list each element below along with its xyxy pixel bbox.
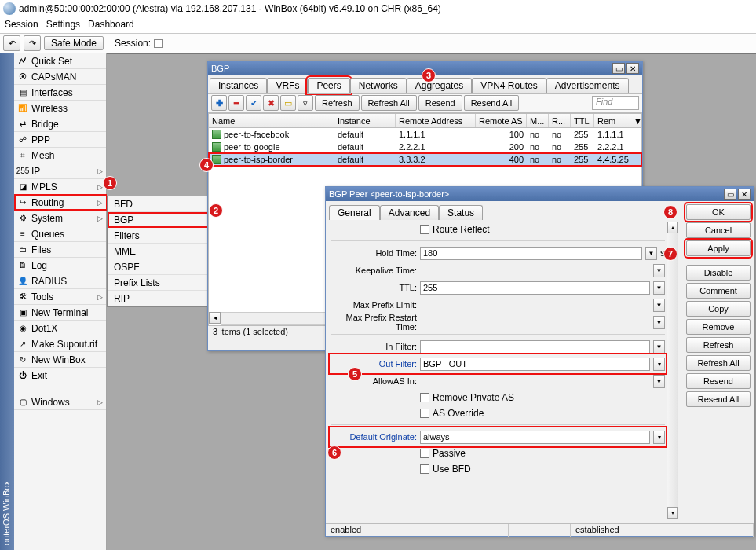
- peer-action-remove[interactable]: Remove: [686, 319, 751, 335]
- enable-button[interactable]: ✔: [246, 95, 261, 111]
- sidebar-item-newwinbox[interactable]: ↻New WinBox: [14, 352, 106, 368]
- tab-status[interactable]: Status: [439, 205, 483, 220]
- comment-button[interactable]: ▭: [280, 95, 296, 111]
- sidebar-item-mesh[interactable]: ⌗Mesh: [14, 148, 106, 163]
- refresh-button[interactable]: Refresh: [315, 95, 360, 111]
- bgp-tab-instances[interactable]: Instances: [210, 78, 267, 93]
- scroll-left[interactable]: ◂: [209, 312, 221, 324]
- sidebar-item-ip[interactable]: 255IP▷: [14, 163, 106, 179]
- sidebar-item-ppp[interactable]: ☍PPP: [14, 132, 106, 148]
- sidebar-label: Quick Set: [31, 56, 72, 67]
- scroll-down[interactable]: ▾: [667, 507, 678, 519]
- sidebar-label: Exit: [31, 370, 47, 381]
- sidebar-item-capsman[interactable]: ⦿CAPsMAN: [14, 69, 106, 85]
- sidebar-item-radius[interactable]: 👤RADIUS: [14, 273, 106, 289]
- tab-general[interactable]: General: [329, 205, 380, 220]
- peer-action-copy[interactable]: Copy: [686, 301, 751, 317]
- sidebar-icon: ☍: [17, 134, 28, 145]
- peer-action-disable[interactable]: Disable: [686, 265, 751, 280]
- sidebar-item-dot1x[interactable]: ◉Dot1X: [14, 321, 106, 336]
- sidebar-item-bridge[interactable]: ⇄Bridge: [14, 116, 106, 132]
- annotation-6: 6: [327, 446, 341, 460]
- sidebar-item-windows[interactable]: ▢Windows▷: [14, 394, 106, 410]
- sidebar-item-wireless[interactable]: 📶Wireless: [14, 101, 106, 116]
- use-bfd-check[interactable]: [420, 464, 429, 474]
- peer-row[interactable]: peer-to-googledefault2.2.2.1200nono2552.…: [209, 141, 641, 153]
- default-originate-input[interactable]: [420, 431, 650, 444]
- default-originate-row: Default Originate:▾: [331, 428, 665, 446]
- in-filter-input[interactable]: [420, 340, 650, 354]
- peer-action-resendall[interactable]: Resend All: [686, 391, 751, 407]
- redo-button[interactable]: ↷: [24, 35, 41, 51]
- sidebar-label: IP: [31, 166, 40, 177]
- bgp-tab-advertisements[interactable]: Advertisements: [546, 78, 629, 93]
- route-reflect-check[interactable]: [420, 225, 429, 234]
- filter-button[interactable]: ▿: [298, 95, 313, 111]
- bgp-tab-vpn4 routes[interactable]: VPN4 Routes: [472, 78, 546, 93]
- scroll-up[interactable]: ▴: [667, 222, 678, 233]
- sidebar-item-quickset[interactable]: 🗲Quick Set: [14, 53, 106, 69]
- add-button[interactable]: ✚: [211, 95, 227, 111]
- resend-button[interactable]: Resend: [418, 95, 462, 111]
- sidebar-item-tools[interactable]: 🛠Tools▷: [14, 289, 106, 305]
- dropdown-icon[interactable]: ▼: [653, 264, 665, 277]
- peer-action-cancel[interactable]: Cancel: [686, 222, 751, 238]
- sidebar-item-exit[interactable]: ⏻Exit: [14, 368, 106, 383]
- sidebar-icon: 🗀: [17, 244, 28, 255]
- peer-action-refreshall[interactable]: Refresh All: [686, 355, 751, 371]
- undo-button[interactable]: ↶: [3, 35, 20, 51]
- safe-mode-button[interactable]: Safe Mode: [44, 36, 104, 50]
- tab-advanced[interactable]: Advanced: [380, 205, 439, 220]
- hold-time-input[interactable]: [420, 247, 642, 260]
- sidebar-item-makesupout.rif[interactable]: ↗Make Supout.rif: [14, 336, 106, 352]
- bgp-tab-peers[interactable]: Peers: [308, 78, 349, 93]
- sidebar-item-log[interactable]: 🗎Log: [14, 258, 106, 273]
- bgp-tab-vrfs[interactable]: VRFs: [267, 78, 308, 93]
- remove-private-check[interactable]: [420, 393, 429, 402]
- peer-action-apply[interactable]: Apply: [686, 240, 751, 256]
- peer-window[interactable]: BGP Peer <peer-to-isp-border> ▭ ✕ Genera…: [325, 186, 754, 537]
- find-input[interactable]: Find: [592, 96, 639, 110]
- sidebar-label: Queues: [31, 229, 64, 240]
- sidebar-item-system[interactable]: ⚙System▷: [14, 211, 106, 226]
- passive-check[interactable]: [420, 449, 429, 458]
- peer-row[interactable]: peer-to-isp-borderdefault3.3.3.2400nono2…: [209, 153, 641, 166]
- peer-action-comment[interactable]: Comment: [686, 283, 751, 299]
- bgp-tab-networks[interactable]: Networks: [350, 78, 407, 93]
- peer-action-resend[interactable]: Resend: [686, 373, 751, 389]
- peer-row[interactable]: peer-to-facebookdefault1.1.1.1100nono255…: [209, 128, 641, 141]
- sidebar-label: New WinBox: [31, 354, 86, 365]
- sidebar-label: Log: [31, 260, 47, 271]
- bgp-tab-aggregates[interactable]: Aggregates: [407, 78, 472, 93]
- sidebar-item-interfaces[interactable]: ▤Interfaces: [14, 85, 106, 101]
- menu-settings[interactable]: Settings: [46, 19, 80, 31]
- title-bar: admin@50:00:00:02:00:00 (Alestra) via 19…: [0, 0, 756, 17]
- grid-header[interactable]: Name Instance Remote Address Remote AS M…: [209, 114, 641, 128]
- sidebar-item-mpls[interactable]: ◪MPLS▷: [14, 179, 106, 195]
- peer-action-refresh[interactable]: Refresh: [686, 337, 751, 353]
- close-icon[interactable]: ✕: [626, 63, 639, 74]
- sidebar-item-routing[interactable]: ↪Routing▷: [14, 195, 106, 211]
- dropdown-icon[interactable]: ▼: [645, 247, 657, 260]
- resend-all-button[interactable]: Resend All: [464, 95, 520, 111]
- peer-action-ok[interactable]: OK: [686, 204, 751, 220]
- sidebar-item-newterminal[interactable]: ▣New Terminal: [14, 305, 106, 321]
- out-filter-input[interactable]: [420, 358, 650, 371]
- menu-dashboard[interactable]: Dashboard: [88, 19, 134, 31]
- sidebar-item-queues[interactable]: ≡Queues: [14, 226, 106, 242]
- close-icon[interactable]: ✕: [738, 189, 751, 200]
- menu-session[interactable]: Session: [5, 19, 38, 31]
- refresh-all-button[interactable]: Refresh All: [361, 95, 417, 111]
- peer-title[interactable]: BGP Peer <peer-to-isp-border> ▭ ✕: [326, 187, 754, 201]
- sidebar-label: Files: [31, 244, 51, 255]
- doc-icon[interactable]: ▭: [724, 189, 736, 200]
- sidebar-item-files[interactable]: 🗀Files: [14, 242, 106, 258]
- disable-button[interactable]: ✖: [263, 95, 279, 111]
- remove-button[interactable]: ━: [228, 95, 244, 111]
- title-text: admin@50:00:00:02:00:00 (Alestra) via 19…: [19, 3, 441, 14]
- as-override-check[interactable]: [420, 409, 429, 418]
- sidebar-icon: ⚙: [17, 213, 28, 224]
- doc-icon[interactable]: ▭: [612, 63, 625, 74]
- ttl-input[interactable]: [420, 281, 650, 295]
- session-checkbox[interactable]: [154, 39, 163, 48]
